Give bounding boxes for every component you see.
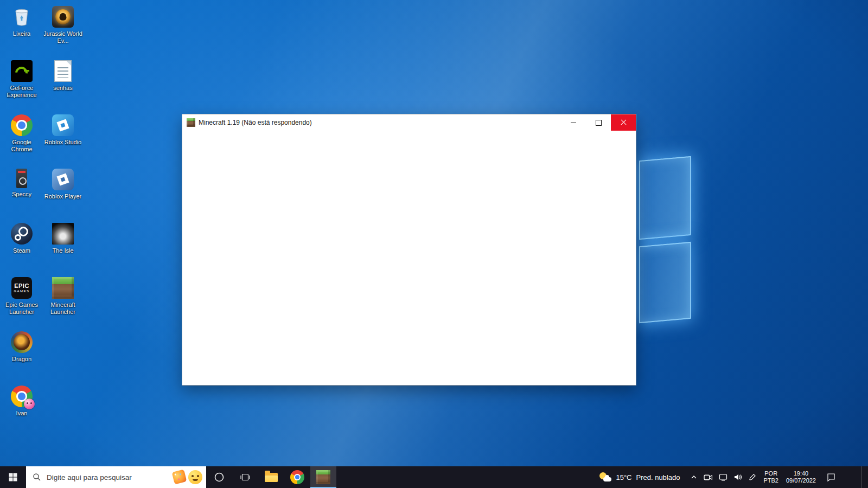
desktop-icon-roblox-player[interactable]: Roblox Player [42,166,84,220]
maximize-button[interactable] [586,114,611,131]
desktop-icon-label: Google Chrome [2,139,42,153]
pen-button[interactable] [745,466,760,488]
meet-now-button[interactable] [701,466,716,488]
desktop-icon-minecraft-launcher[interactable]: Minecraft Launcher [42,274,84,328]
epic-icon-text: EPIC [14,282,29,289]
clock-time: 19:40 [786,470,816,477]
search-input[interactable] [41,473,171,482]
desktop-icon-label: Speccy [12,191,31,198]
desktop-icon-label: Jurassic World Ev... [43,30,83,44]
geforce-icon [11,60,33,82]
language-indicator[interactable]: POR PTB2 [760,470,782,484]
desktop-icon-epic-games-launcher[interactable]: EPIC GAMES Epic Games Launcher [1,274,42,328]
steam-icon [11,223,33,245]
desktop-icon-label: Epic Games Launcher [2,301,42,316]
file-explorer-button[interactable] [258,466,284,488]
video-camera-icon [704,473,713,482]
file-explorer-icon [265,473,278,482]
desktop-icon-the-isle[interactable]: The Isle [42,220,84,274]
speccy-icon [11,168,33,189]
network-icon [719,473,727,481]
profile-badge-icon [24,399,35,409]
desktop-icon-speccy[interactable]: Speccy [1,166,42,220]
jurassic-world-icon [52,6,74,28]
desktop-icon-label: Minecraft Launcher [43,301,83,316]
dragon-icon [11,331,33,353]
minecraft-app-icon [187,118,195,127]
weather-icon [599,472,611,482]
tray-overflow-button[interactable] [686,466,701,488]
desktop-icon-label: Dragon [12,356,31,363]
action-center-icon [826,472,836,482]
volume-button[interactable] [730,466,745,488]
cortana-button[interactable] [206,466,232,488]
desktop-icon-label: Roblox Player [44,193,81,200]
chevron-up-icon [691,474,697,480]
desktop-icon-ivan[interactable]: Ivan [1,383,42,436]
chrome-taskbar-button[interactable] [284,466,310,488]
cortana-icon [214,472,225,483]
the-isle-icon [52,223,74,245]
desktop-icon-label: Lixeira [13,30,30,37]
system-tray: 15°C Pred. nublado [593,466,868,488]
taskbar-search[interactable] [26,466,206,488]
minecraft-grass-block-icon [52,277,74,299]
text-document-icon [54,60,72,82]
minecraft-grass-block-icon [316,470,330,484]
desktop-icon-google-chrome[interactable]: Google Chrome [1,112,42,165]
desktop-icon-label: Roblox Studio [44,139,82,146]
clock[interactable]: 19:40 09/07/2022 [782,470,820,484]
task-view-icon [240,472,250,482]
desktop-icon-lixeira[interactable]: Lixeira [1,3,42,57]
start-button[interactable] [0,466,26,488]
weather-condition: Pred. nublado [636,473,680,481]
desktop-screen: Lixeira GeForce Experience Google Chrome… [0,0,868,488]
task-view-button[interactable] [232,466,258,488]
close-button[interactable] [611,114,636,131]
roblox-studio-icon [52,114,74,136]
chrome-icon [11,114,33,136]
window-content [182,131,636,385]
network-button[interactable] [716,466,730,488]
taskbar: 15°C Pred. nublado [0,466,868,488]
minimize-icon [571,123,576,123]
epic-games-icon: EPIC GAMES [11,277,32,299]
search-highlights-icon[interactable] [171,466,206,488]
clock-date: 09/07/2022 [786,477,816,484]
desktop-icon-geforce-experience[interactable]: GeForce Experience [1,57,42,111]
windows-logo-pane [639,156,691,240]
windows-logo-icon [9,473,17,481]
recycle-bin-icon [10,5,34,29]
windows-logo-wallpaper [629,158,700,329]
maximize-icon [596,120,602,126]
search-icon [33,473,41,481]
show-desktop-button[interactable] [861,466,866,488]
chrome-icon [290,470,304,484]
desktop-icon-roblox-studio[interactable]: Roblox Studio [42,112,84,165]
desktop-icon-senhas[interactable]: senhas [42,57,84,111]
desktop-icon-dragon[interactable]: Dragon [1,329,42,382]
desktop-icon-label: Steam [13,247,30,254]
desktop-icon-jurassic-world[interactable]: Jurassic World Ev... [42,3,84,57]
desktop-icon-label: GeForce Experience [2,85,42,99]
desktop-icon-grid: Lixeira GeForce Experience Google Chrome… [1,3,84,437]
epic-icon-text: GAMES [14,289,29,293]
action-center-button[interactable] [820,466,843,488]
roblox-player-icon [52,169,74,190]
pen-icon [748,473,756,481]
window-title: Minecraft 1.19 (Não está respondendo) [199,119,312,126]
minimize-button[interactable] [561,114,586,131]
desktop-icon-steam[interactable]: Steam [1,220,42,274]
desktop-icon-label: Ivan [16,410,28,417]
weather-temp: 15°C [616,473,631,481]
desktop-icon-label: The Isle [52,247,73,254]
desktop-icon-label: senhas [53,85,72,92]
minecraft-taskbar-button[interactable] [310,466,336,488]
windows-logo-pane [639,242,691,323]
minecraft-window: Minecraft 1.19 (Não está respondendo) [182,114,636,386]
keyboard-layout: PTB2 [763,477,778,484]
weather-widget[interactable]: 15°C Pred. nublado [593,466,686,488]
window-titlebar[interactable]: Minecraft 1.19 (Não está respondendo) [182,114,636,131]
language-code: POR [763,470,778,477]
speaker-icon [733,473,742,481]
